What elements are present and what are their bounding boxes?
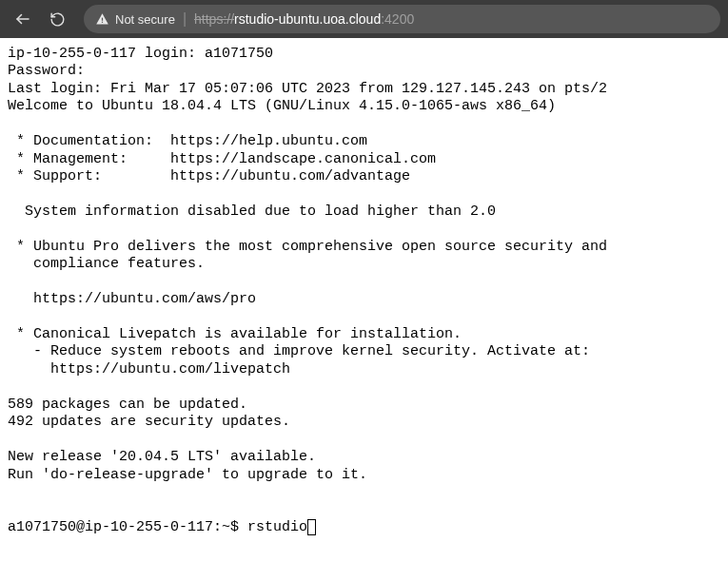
ubuntu-pro-line-1: * Ubuntu Pro delivers the most comprehen… — [8, 239, 607, 255]
pkg-updates-line: 589 packages can be updated. — [8, 397, 247, 413]
arrow-left-icon — [14, 10, 31, 28]
shell-prompt: a1071750@ip-10-255-0-117:~$ — [8, 519, 247, 535]
new-release-line: New release '20.04.5 LTS' available. — [8, 449, 316, 465]
support-line: * Support: https://ubuntu.com/advantage — [8, 168, 410, 184]
password-line: Password: — [8, 63, 85, 79]
warning-icon — [95, 12, 109, 27]
svg-rect-2 — [102, 21, 103, 22]
url-text: https://rstudio-ubuntu.uoa.cloud:4200 — [194, 11, 414, 27]
back-button[interactable] — [8, 4, 38, 34]
security-badge[interactable]: Not secure — [95, 12, 175, 27]
url-port: :4200 — [381, 11, 414, 27]
svg-rect-1 — [102, 17, 103, 20]
separator: | — [183, 10, 187, 28]
last-login-line: Last login: Fri Mar 17 05:07:06 UTC 2023… — [8, 81, 607, 97]
browser-toolbar: Not secure | https://rstudio-ubuntu.uoa.… — [0, 0, 728, 38]
ubuntu-pro-line-2: compliance features. — [8, 256, 205, 272]
terminal-output[interactable]: ip-10-255-0-117 login: a1071750 Password… — [0, 38, 728, 544]
mgmt-line: * Management: https://landscape.canonica… — [8, 151, 436, 167]
ubuntu-pro-url: https://ubuntu.com/aws/pro — [8, 291, 256, 307]
address-bar[interactable]: Not secure | https://rstudio-ubuntu.uoa.… — [84, 5, 720, 33]
livepatch-line-2: - Reduce system reboots and improve kern… — [8, 343, 590, 359]
refresh-button[interactable] — [42, 4, 72, 34]
welcome-line: Welcome to Ubuntu 18.04.4 LTS (GNU/Linux… — [8, 98, 556, 114]
livepatch-line-1: * Canonical Livepatch is available for i… — [8, 326, 462, 342]
url-host: rstudio-ubuntu.uoa.cloud — [234, 11, 381, 27]
shell-command: rstudio — [247, 519, 307, 535]
sec-updates-line: 492 updates are security updates. — [8, 414, 290, 430]
terminal-cursor — [307, 519, 316, 535]
refresh-icon — [49, 11, 66, 28]
sysinfo-line: System information disabled due to load … — [8, 203, 496, 220]
doc-line: * Documentation: https://help.ubuntu.com — [8, 133, 367, 149]
upgrade-hint-line: Run 'do-release-upgrade' to upgrade to i… — [8, 467, 367, 483]
url-protocol: https:// — [194, 11, 234, 27]
livepatch-line-3: https://ubuntu.com/livepatch — [8, 361, 290, 378]
login-line: ip-10-255-0-117 login: a1071750 — [8, 46, 273, 62]
security-label: Not secure — [115, 12, 175, 27]
